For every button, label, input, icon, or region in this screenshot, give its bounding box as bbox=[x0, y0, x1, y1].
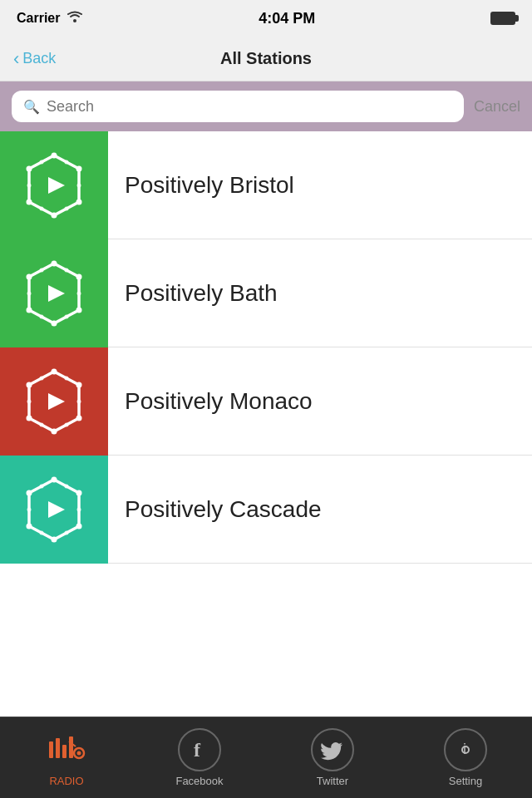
svg-point-38 bbox=[65, 422, 69, 426]
svg-point-9 bbox=[77, 183, 81, 187]
svg-rect-59 bbox=[62, 745, 66, 758]
svg-marker-42 bbox=[48, 393, 65, 410]
svg-point-16 bbox=[52, 260, 57, 266]
svg-point-34 bbox=[27, 415, 32, 421]
svg-point-18 bbox=[76, 307, 82, 313]
twitter-icon-wrap bbox=[311, 728, 354, 771]
search-input[interactable] bbox=[47, 98, 452, 116]
svg-point-13 bbox=[40, 160, 44, 164]
list-item[interactable]: Positively Cascade bbox=[0, 456, 532, 564]
svg-point-12 bbox=[27, 183, 32, 187]
list-item[interactable]: Positively Bristol bbox=[0, 131, 532, 239]
tab-facebook-label: Facebook bbox=[175, 775, 223, 787]
svg-point-51 bbox=[77, 507, 81, 511]
tab-twitter[interactable]: Twitter bbox=[266, 728, 399, 787]
svg-rect-58 bbox=[56, 738, 60, 758]
svg-text:f: f bbox=[194, 739, 201, 761]
list-item[interactable]: Positively Monaco bbox=[0, 347, 532, 456]
svg-point-25 bbox=[40, 314, 44, 318]
tab-bar: RADIO f Facebook Twitter i Setting bbox=[0, 717, 532, 798]
svg-point-46 bbox=[76, 523, 82, 529]
station-icon bbox=[19, 150, 89, 220]
svg-point-52 bbox=[65, 530, 69, 534]
svg-point-17 bbox=[76, 273, 82, 279]
cancel-button[interactable]: Cancel bbox=[474, 98, 520, 116]
svg-point-45 bbox=[76, 490, 82, 495]
svg-point-54 bbox=[27, 507, 32, 511]
svg-rect-57 bbox=[49, 741, 53, 758]
svg-point-30 bbox=[52, 368, 57, 374]
svg-point-20 bbox=[27, 307, 32, 313]
svg-point-48 bbox=[27, 523, 32, 529]
station-logo bbox=[0, 239, 108, 347]
svg-point-35 bbox=[27, 382, 32, 387]
svg-point-50 bbox=[65, 484, 69, 488]
tab-setting[interactable]: i Setting bbox=[399, 728, 532, 787]
station-name: Positively Bristol bbox=[108, 172, 532, 199]
svg-point-0 bbox=[73, 19, 76, 22]
setting-icon-wrap: i bbox=[444, 728, 487, 771]
station-logo bbox=[0, 347, 108, 456]
station-name: Positively Monaco bbox=[108, 388, 532, 415]
svg-point-62 bbox=[77, 751, 81, 756]
svg-point-21 bbox=[27, 273, 32, 279]
svg-point-33 bbox=[52, 428, 57, 434]
svg-rect-60 bbox=[69, 736, 73, 758]
tab-radio[interactable]: RADIO bbox=[0, 728, 133, 787]
station-name: Positively Cascade bbox=[108, 496, 532, 523]
svg-marker-14 bbox=[48, 177, 65, 194]
page-title: All Stations bbox=[220, 49, 312, 68]
svg-point-7 bbox=[27, 165, 32, 171]
station-icon bbox=[19, 475, 89, 544]
status-right bbox=[490, 12, 515, 25]
svg-point-5 bbox=[52, 212, 57, 218]
svg-point-39 bbox=[40, 422, 44, 426]
nav-bar: ‹ Back All Stations bbox=[0, 37, 532, 81]
svg-point-32 bbox=[76, 415, 82, 421]
station-icon bbox=[19, 259, 89, 328]
station-list: Positively Bristol bbox=[0, 131, 532, 717]
facebook-icon-wrap: f bbox=[178, 728, 221, 771]
carrier-label: Carrier bbox=[17, 11, 60, 26]
svg-point-49 bbox=[27, 490, 32, 495]
status-left: Carrier bbox=[17, 10, 83, 27]
svg-point-27 bbox=[40, 268, 44, 272]
svg-point-24 bbox=[65, 314, 69, 318]
tab-twitter-label: Twitter bbox=[317, 775, 348, 787]
svg-point-40 bbox=[27, 399, 32, 403]
svg-point-41 bbox=[40, 376, 44, 380]
search-input-wrap[interactable]: 🔍 bbox=[12, 91, 464, 122]
svg-point-23 bbox=[77, 291, 81, 295]
svg-point-31 bbox=[76, 382, 82, 387]
search-icon: 🔍 bbox=[23, 99, 40, 115]
station-icon bbox=[19, 367, 89, 436]
tab-setting-label: Setting bbox=[449, 775, 482, 787]
svg-point-19 bbox=[52, 320, 57, 326]
chevron-left-icon: ‹ bbox=[13, 50, 19, 68]
svg-point-47 bbox=[52, 536, 57, 542]
svg-point-22 bbox=[65, 268, 69, 272]
tab-facebook[interactable]: f Facebook bbox=[133, 728, 266, 787]
svg-point-11 bbox=[40, 206, 44, 210]
svg-point-10 bbox=[65, 206, 69, 210]
battery-icon bbox=[490, 12, 515, 25]
status-bar: Carrier 4:04 PM bbox=[0, 0, 532, 37]
svg-point-2 bbox=[52, 152, 57, 158]
list-item[interactable]: Positively Bath bbox=[0, 239, 532, 347]
wifi-icon bbox=[66, 10, 83, 27]
svg-point-44 bbox=[52, 476, 57, 482]
svg-point-26 bbox=[27, 291, 32, 295]
search-bar: 🔍 Cancel bbox=[0, 81, 532, 131]
radio-icon-wrap bbox=[45, 728, 88, 771]
back-button[interactable]: ‹ Back bbox=[13, 50, 56, 68]
tab-radio-label: RADIO bbox=[49, 775, 83, 787]
back-label: Back bbox=[22, 50, 56, 67]
svg-point-36 bbox=[65, 376, 69, 380]
station-logo bbox=[0, 131, 108, 239]
svg-point-3 bbox=[76, 165, 82, 171]
svg-point-4 bbox=[76, 199, 82, 204]
svg-point-6 bbox=[27, 199, 32, 204]
svg-marker-28 bbox=[48, 285, 65, 302]
station-name: Positively Bath bbox=[108, 280, 532, 307]
svg-text:i: i bbox=[463, 741, 466, 757]
